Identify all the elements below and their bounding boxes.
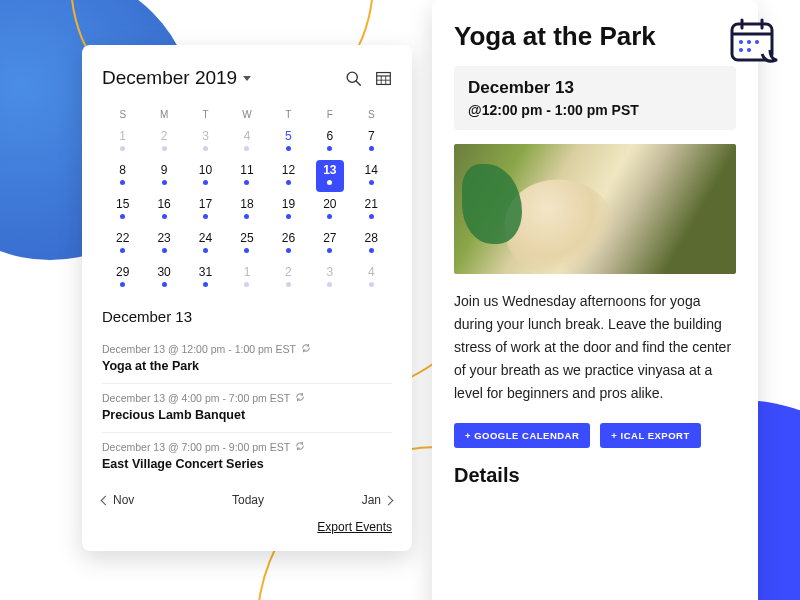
day-cell[interactable]: 5 xyxy=(274,126,302,158)
event-dot-icon xyxy=(120,248,125,253)
day-cell[interactable]: 9 xyxy=(150,160,178,192)
event-dot-icon xyxy=(369,180,374,185)
day-cell[interactable]: 20 xyxy=(316,194,344,226)
day-cell[interactable]: 16 xyxy=(150,194,178,226)
day-number: 3 xyxy=(202,129,209,143)
calendar-grid: SMTWTFS 12345678910111213141516171819202… xyxy=(102,103,392,296)
day-cell[interactable]: 30 xyxy=(150,262,178,294)
event-export-actions: + GOOGLE CALENDAR + ICAL EXPORT xyxy=(454,423,736,448)
day-number: 2 xyxy=(285,265,292,279)
svg-line-10 xyxy=(356,81,360,85)
day-number: 8 xyxy=(119,163,126,177)
prev-month-button[interactable]: Nov xyxy=(102,493,134,507)
day-cell[interactable]: 21 xyxy=(357,194,385,226)
day-number: 9 xyxy=(161,163,168,177)
svg-point-8 xyxy=(747,48,751,52)
day-cell[interactable]: 17 xyxy=(192,194,220,226)
day-cell[interactable]: 26 xyxy=(274,228,302,260)
day-cell[interactable]: 8 xyxy=(109,160,137,192)
day-cell[interactable]: 11 xyxy=(233,160,261,192)
event-dot-icon xyxy=(120,180,125,185)
day-cell[interactable]: 25 xyxy=(233,228,261,260)
day-cell[interactable]: 27 xyxy=(316,228,344,260)
day-cell[interactable]: 7 xyxy=(357,126,385,158)
event-dot-icon xyxy=(327,146,332,151)
add-google-calendar-button[interactable]: + GOOGLE CALENDAR xyxy=(454,423,590,448)
event-dot-icon xyxy=(162,146,167,151)
search-icon[interactable] xyxy=(344,69,362,87)
ical-export-button[interactable]: + ICAL EXPORT xyxy=(600,423,700,448)
day-cell[interactable]: 4 xyxy=(233,126,261,158)
day-cell[interactable]: 24 xyxy=(192,228,220,260)
event-detail-card: Yoga at the Park December 13 @12:00 pm -… xyxy=(432,0,758,600)
day-cell[interactable]: 2 xyxy=(274,262,302,294)
dow-header: F xyxy=(309,103,350,126)
day-cell[interactable]: 31 xyxy=(192,262,220,294)
day-cell[interactable]: 13 xyxy=(316,160,344,192)
day-number: 19 xyxy=(282,197,295,211)
view-grid-icon[interactable] xyxy=(374,69,392,87)
next-month-label: Jan xyxy=(362,493,381,507)
day-cell[interactable]: 19 xyxy=(274,194,302,226)
day-cell[interactable]: 29 xyxy=(109,262,137,294)
event-dot-icon xyxy=(327,282,332,287)
event-item[interactable]: December 13 @ 7:00 pm - 9:00 pm ESTEast … xyxy=(102,433,392,481)
event-dot-icon xyxy=(369,214,374,219)
day-cell[interactable]: 6 xyxy=(316,126,344,158)
event-dot-icon xyxy=(244,214,249,219)
day-cell[interactable]: 12 xyxy=(274,160,302,192)
day-number: 26 xyxy=(282,231,295,245)
event-item[interactable]: December 13 @ 4:00 pm - 7:00 pm ESTPreci… xyxy=(102,384,392,433)
selected-date-heading: December 13 xyxy=(102,308,392,325)
event-item-title: Yoga at the Park xyxy=(102,359,392,373)
dow-header: T xyxy=(185,103,226,126)
event-dot-icon xyxy=(162,180,167,185)
day-number: 30 xyxy=(157,265,170,279)
event-dot-icon xyxy=(203,146,208,151)
svg-point-4 xyxy=(739,40,743,44)
month-picker[interactable]: December 2019 xyxy=(102,67,251,89)
day-cell[interactable]: 22 xyxy=(109,228,137,260)
svg-point-6 xyxy=(755,40,759,44)
dow-header: T xyxy=(268,103,309,126)
day-number: 15 xyxy=(116,197,129,211)
dow-header: S xyxy=(351,103,392,126)
next-month-button[interactable]: Jan xyxy=(362,493,392,507)
export-events-link[interactable]: Export Events xyxy=(317,520,392,534)
day-cell[interactable]: 15 xyxy=(109,194,137,226)
event-dot-icon xyxy=(162,282,167,287)
event-dot-icon xyxy=(327,214,332,219)
day-cell[interactable]: 3 xyxy=(192,126,220,158)
event-item-time: December 13 @ 12:00 pm - 1:00 pm EST xyxy=(102,343,392,355)
calendar-header-actions xyxy=(344,69,392,87)
day-cell[interactable]: 1 xyxy=(109,126,137,158)
day-cell[interactable]: 4 xyxy=(357,262,385,294)
event-dot-icon xyxy=(369,146,374,151)
day-number: 3 xyxy=(326,265,333,279)
calendar-doodle-icon xyxy=(726,14,782,74)
day-cell[interactable]: 23 xyxy=(150,228,178,260)
event-time: @12:00 pm - 1:00 pm PST xyxy=(468,102,722,118)
day-number: 13 xyxy=(323,163,336,177)
event-item-title: Precious Lamb Banquet xyxy=(102,408,392,422)
month-title: December 2019 xyxy=(102,67,237,89)
day-cell[interactable]: 2 xyxy=(150,126,178,158)
event-dot-icon xyxy=(244,180,249,185)
event-dot-icon xyxy=(203,248,208,253)
event-title: Yoga at the Park xyxy=(454,22,736,52)
event-item-title: East Village Concert Series xyxy=(102,457,392,471)
event-item[interactable]: December 13 @ 12:00 pm - 1:00 pm ESTYoga… xyxy=(102,335,392,384)
day-cell[interactable]: 10 xyxy=(192,160,220,192)
chevron-down-icon xyxy=(243,76,251,81)
today-button[interactable]: Today xyxy=(232,493,264,507)
day-number: 31 xyxy=(199,265,212,279)
event-dot-icon xyxy=(162,248,167,253)
day-cell[interactable]: 28 xyxy=(357,228,385,260)
event-dot-icon xyxy=(286,282,291,287)
day-cell[interactable]: 1 xyxy=(233,262,261,294)
day-cell[interactable]: 14 xyxy=(357,160,385,192)
day-number: 1 xyxy=(119,129,126,143)
svg-point-5 xyxy=(747,40,751,44)
day-cell[interactable]: 3 xyxy=(316,262,344,294)
day-cell[interactable]: 18 xyxy=(233,194,261,226)
